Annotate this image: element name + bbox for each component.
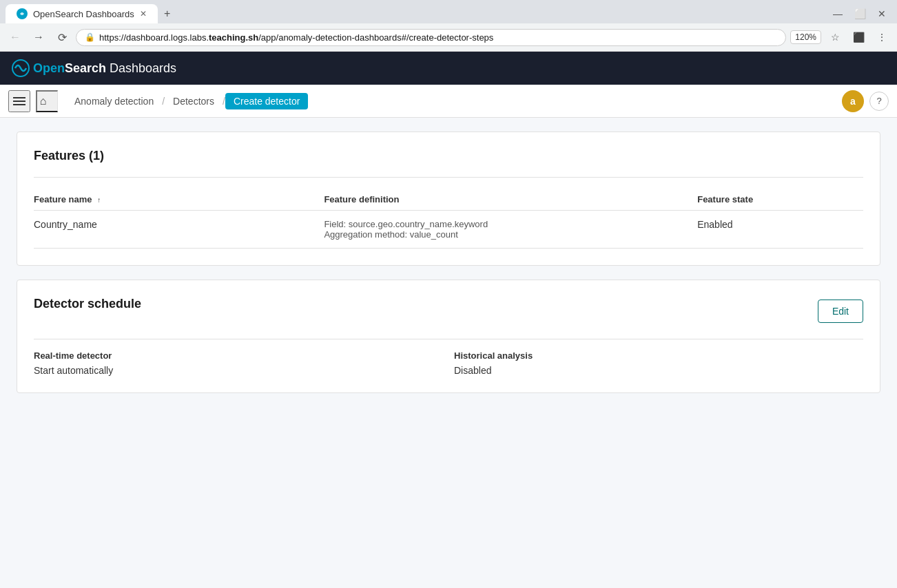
home-btn[interactable]: ⌂ (36, 90, 58, 112)
browser-forward-btn[interactable]: → (29, 28, 48, 47)
browser-tab-active: OpenSearch Dashboards ✕ (6, 4, 158, 23)
lock-icon: 🔒 (85, 32, 95, 42)
feature-aggregation: Aggregation method: value_count (324, 229, 697, 240)
col-header-definition: Feature definition (324, 189, 697, 211)
features-title: Features (1) (34, 149, 863, 163)
app-logo-text: OpenSearch Dashboards (33, 61, 176, 76)
extensions-btn[interactable]: ⬛ (849, 28, 868, 47)
feature-state-cell: Enabled (697, 211, 863, 249)
detector-schedule-card: Detector schedule Edit Real-time detecto… (17, 280, 880, 393)
browser-minimize-btn[interactable]: — (828, 4, 847, 23)
main-content: Features (1) Feature name ↑ Feature defi… (0, 118, 897, 588)
sort-icon: ↑ (97, 196, 101, 204)
user-avatar[interactable]: a (842, 90, 864, 112)
historical-value: Disabled (454, 365, 863, 376)
schedule-grid: Real-time detector Start automatically H… (34, 350, 863, 376)
browser-url: https://dashboard.logs.labs.teaching.sh/… (99, 32, 777, 43)
hamburger-menu-btn[interactable] (8, 90, 30, 112)
opensearch-logo-icon (11, 59, 30, 78)
col-header-name: Feature name ↑ (34, 189, 324, 211)
help-btn[interactable]: ? (869, 92, 889, 111)
browser-chrome: OpenSearch Dashboards ✕ + — ⬜ ✕ ← → ⟳ 🔒 … (0, 0, 897, 52)
bookmark-btn[interactable]: ☆ (825, 28, 845, 47)
browser-toolbar: ← → ⟳ 🔒 https://dashboard.logs.labs.teac… (0, 23, 897, 51)
nav-right: a ? (842, 90, 889, 112)
feature-row: Country_name Field: source.geo.country_n… (34, 211, 863, 249)
breadcrumb-detectors[interactable]: Detectors (165, 93, 223, 109)
tab-close-btn[interactable]: ✕ (140, 9, 147, 19)
features-table: Feature name ↑ Feature definition Featur… (34, 189, 863, 249)
edit-button[interactable]: Edit (818, 300, 863, 323)
schedule-divider (34, 339, 863, 339)
browser-address-bar[interactable]: 🔒 https://dashboard.logs.labs.teaching.s… (76, 29, 786, 46)
real-time-value: Start automatically (34, 365, 443, 376)
detector-schedule-title: Detector schedule (34, 297, 141, 311)
feature-definition-cell: Field: source.geo.country_name.keyword A… (324, 211, 697, 249)
home-icon: ⌂ (40, 95, 47, 107)
historical-section: Historical analysis Disabled (454, 350, 863, 376)
detector-schedule-header: Detector schedule Edit (34, 297, 863, 325)
app-header: OpenSearch Dashboards (0, 52, 897, 85)
real-time-section: Real-time detector Start automatically (34, 350, 443, 376)
browser-back-btn[interactable]: ← (6, 28, 25, 47)
features-divider (34, 177, 863, 178)
nav-bar: ⌂ Anomaly detection / Detectors / Create… (0, 85, 897, 118)
tab-favicon (17, 8, 28, 19)
breadcrumb-anomaly-detection[interactable]: Anomaly detection (66, 93, 162, 109)
browser-tabs: OpenSearch Dashboards ✕ + — ⬜ ✕ (0, 0, 897, 23)
col-header-state: Feature state (697, 189, 863, 211)
feature-name-cell: Country_name (34, 211, 324, 249)
browser-refresh-btn[interactable]: ⟳ (52, 28, 72, 47)
new-tab-btn[interactable]: + (158, 4, 177, 23)
browser-zoom: 120% (790, 30, 821, 44)
browser-menu-btn[interactable]: ⋮ (872, 28, 891, 47)
browser-close-btn[interactable]: ✕ (872, 4, 891, 23)
historical-label: Historical analysis (454, 350, 863, 361)
tab-title: OpenSearch Dashboards (33, 9, 134, 19)
breadcrumb: Anomaly detection / Detectors / Create d… (66, 93, 842, 109)
breadcrumb-create-detector[interactable]: Create detector (225, 93, 309, 109)
browser-maximize-btn[interactable]: ⬜ (850, 4, 869, 23)
real-time-label: Real-time detector (34, 350, 443, 361)
feature-field-label: Field: source.geo.country_name.keyword (324, 219, 697, 229)
app-logo: OpenSearch Dashboards (11, 59, 176, 78)
features-card: Features (1) Feature name ↑ Feature defi… (17, 132, 880, 266)
